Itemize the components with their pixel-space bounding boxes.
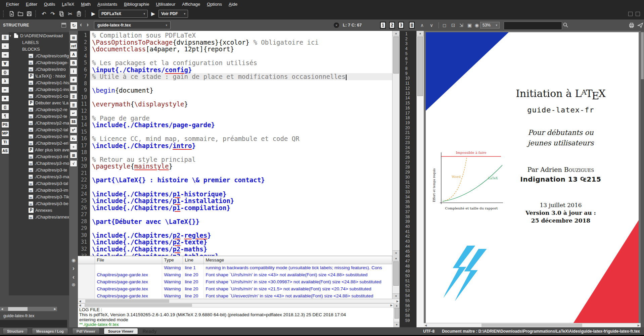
menu-item-affichage[interactable]: Affichage [179, 1, 203, 8]
print-icon[interactable] [629, 22, 635, 30]
page-number-item[interactable]: 56 [400, 303, 416, 308]
italic-button[interactable]: i [70, 68, 77, 75]
source-code-editor[interactable]: % Compilation sous PDFLaTeX\PassOptionsT… [90, 31, 392, 256]
paste-button[interactable] [75, 9, 83, 18]
special-chars-tab[interactable]: ∗ [1, 95, 9, 102]
message-row[interactable]: Chapitres/page-garde.texWarningline 20Fo… [78, 271, 392, 278]
tree-item[interactable]: BLOCKS [9, 46, 69, 52]
previous-document-icon[interactable]: ‹ [80, 21, 82, 28]
brackets-tab[interactable]: (] [1, 104, 9, 110]
viewer-dropdown[interactable]: Voir PDF▾ [158, 10, 188, 18]
code-line[interactable] [90, 108, 392, 115]
menu-item-utilisateur[interactable]: Utilisateur [152, 1, 179, 8]
misc-symbols-tab[interactable]: ∞ [1, 87, 9, 93]
page-number-item[interactable]: 28 [400, 165, 416, 170]
menu-item-assistants[interactable]: Assistants [94, 1, 121, 8]
scroll-left-icon[interactable]: ◀ [78, 304, 82, 307]
tree-item[interactable]: ./Chapitres/p3-be [9, 200, 69, 207]
tree-item[interactable]: PAller plus loin ave [9, 146, 69, 153]
page-number-item[interactable]: 21 [400, 130, 416, 135]
page-number-item[interactable]: 44 [400, 244, 416, 249]
expand-view-icon[interactable]: ⇲ [459, 22, 463, 28]
math-operators-tab[interactable]: ÷ [1, 43, 9, 49]
next-page-icon[interactable]: ∨ [430, 22, 433, 28]
open-file-button[interactable] [16, 9, 25, 18]
subscript-button[interactable]: x₂ [70, 135, 77, 142]
page-number-item[interactable]: 15 [400, 101, 416, 106]
external-viewer-icon[interactable] [637, 22, 643, 30]
page-number-item[interactable]: 6 [400, 56, 416, 61]
scrollbar-thumb[interactable] [393, 37, 399, 74]
enumerate-list-button[interactable]: ≣ [70, 93, 77, 100]
scroll-down-icon[interactable]: ▼ [393, 250, 400, 256]
code-line[interactable] [90, 94, 392, 101]
page-number-item[interactable]: 49 [400, 269, 416, 274]
page-number-item[interactable]: 45 [400, 249, 416, 254]
arrows-tab[interactable]: ⇒ [1, 52, 9, 58]
code-line[interactable]: \documentclass[a4paper, 12pt]{report} [90, 46, 392, 53]
page-number-item[interactable]: 2 [400, 37, 416, 42]
run-view-button[interactable]: ▶ [149, 9, 157, 18]
scroll-right-icon[interactable]: ▶ [396, 300, 400, 303]
cut-button[interactable]: ✂ [66, 9, 75, 18]
page-number-item[interactable]: 50 [400, 274, 416, 279]
log-vertical-scrollbar[interactable]: ▲ ▼ [394, 303, 400, 327]
copy-button[interactable] [57, 9, 66, 18]
metapost-tab[interactable]: MP [1, 130, 9, 137]
code-line[interactable]: \include{./Chapitres/p2-regles} [90, 232, 392, 239]
menu-item-latex[interactable]: LaTeX [58, 1, 78, 8]
structure-horizontal-scrollbar[interactable]: ◀ ▶ [0, 307, 57, 311]
compiler-dropdown[interactable]: PDFLaTeX▾ [99, 10, 148, 18]
code-line[interactable]: \part{\LaTeX{} : histoire \& premier con… [90, 177, 392, 184]
page-number-item[interactable]: 36 [400, 204, 416, 209]
page-number-item[interactable]: 23 [400, 140, 416, 145]
tree-item[interactable]: ▾D:\ADRIEN\Download [9, 32, 69, 39]
message-row[interactable]: Chapitres/page-garde.texWarningline 20Fo… [78, 278, 392, 285]
scroll-left-icon[interactable]: ◀ [424, 324, 428, 327]
page-number-item[interactable]: 3 [400, 41, 416, 46]
book-view-button[interactable]: 3 [398, 22, 404, 29]
toggle-messages-icon[interactable]: ◉ [72, 258, 76, 262]
page-number-item[interactable]: 4 [400, 46, 416, 51]
tree-item[interactable]: ./Chapitres/annex [9, 213, 69, 220]
page-number-item[interactable]: 58 [400, 313, 416, 318]
newline-button[interactable]: ↵ [70, 110, 77, 116]
scrollbar-thumb[interactable] [85, 299, 169, 303]
code-line[interactable]: \PassOptionsToPackage{dvipsnames}{xcolor… [90, 39, 392, 46]
code-line[interactable]: % Compilation sous PDFLaTeX [90, 32, 392, 39]
log-horizontal-scrollbar[interactable]: ◀ ▶ [78, 303, 394, 307]
undo-button[interactable]: ↶ [40, 9, 48, 18]
pdf-viewport[interactable]: Initiation à LATEX guide-latex-fr Pour d… [424, 31, 641, 327]
scroll-up-icon[interactable]: ▲ [393, 31, 400, 36]
page-number-item[interactable]: 51 [400, 279, 416, 284]
matrix-button[interactable]: ▦ [70, 152, 77, 158]
previous-page-icon[interactable]: ∧ [420, 22, 424, 28]
scroll-down-icon[interactable]: ▼ [394, 322, 400, 327]
code-line[interactable]: % Retour au style principal [90, 156, 392, 163]
code-line[interactable]: % Page de garde [90, 115, 392, 122]
tree-item[interactable]: ./Chapitres/p1-co [9, 93, 69, 99]
next-document-icon[interactable]: › [87, 21, 89, 28]
page-number-item[interactable]: 30 [400, 175, 416, 180]
scrollbar-thumb[interactable] [8, 307, 28, 311]
code-line[interactable] [90, 211, 392, 218]
code-line[interactable] [90, 170, 392, 177]
sqrt-button[interactable]: √ [70, 160, 77, 167]
pdf-search-input[interactable] [504, 21, 562, 30]
status-tab-source-viewer[interactable]: Source Viewer [104, 328, 138, 334]
greek-tab[interactable]: λ [1, 78, 9, 84]
tree-item[interactable]: LABELS [9, 39, 69, 46]
run-compile-button[interactable]: ▶ [89, 9, 97, 18]
tikz-tab[interactable]: TI [1, 139, 9, 145]
code-line[interactable]: \input{./Chapitres/config} [90, 66, 392, 74]
search-icon[interactable] [563, 22, 568, 29]
expander-icon[interactable]: ▾ [9, 34, 14, 38]
page-number-item[interactable]: 5 [400, 51, 416, 56]
page-number-item[interactable]: 39 [400, 219, 416, 224]
tree-item[interactable]: ./Chapitres/p3-tal [9, 180, 69, 187]
code-line[interactable]: \include{./Chapitres/p1-compilation} [90, 204, 392, 211]
fit-page-icon[interactable]: ◻ [443, 22, 447, 28]
display-math-button[interactable]: $$ [70, 118, 77, 125]
scrollbar-thumb[interactable] [393, 261, 399, 286]
page-number-item[interactable]: 57 [400, 308, 416, 313]
